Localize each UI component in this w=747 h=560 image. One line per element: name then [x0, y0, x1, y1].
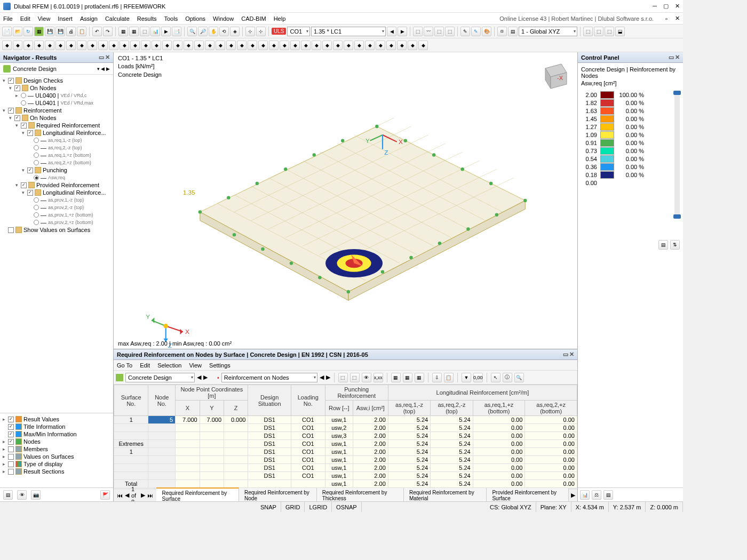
x3-icon[interactable]: ⬚: [605, 27, 614, 36]
x2-icon[interactable]: ⬚: [594, 27, 603, 36]
tool2-30-icon[interactable]: ◆: [322, 41, 332, 50]
tool2-11-icon[interactable]: ◆: [120, 41, 129, 50]
maximize-icon[interactable]: ▢: [663, 3, 669, 10]
results-tree[interactable]: ▾✓Design Checks ▾✓On Nodes ▸—UL0400 | VE…: [0, 75, 113, 413]
navigator-lower-tree[interactable]: ▸✓Result Values ✓Title Information ✓Max/…: [0, 413, 113, 487]
x1-icon[interactable]: ⬚: [583, 27, 593, 36]
rp-t2-icon[interactable]: ⬚: [350, 373, 360, 382]
prev-icon[interactable]: ◀: [125, 492, 129, 499]
refresh-icon[interactable]: ↻: [23, 27, 33, 36]
last-icon[interactable]: ⏭: [147, 492, 153, 499]
tool2-37-icon[interactable]: ◆: [397, 41, 407, 50]
tool2-0-icon[interactable]: ◆: [2, 41, 12, 50]
rp-settings[interactable]: Settings: [209, 362, 231, 369]
tool2-19-icon[interactable]: ◆: [205, 41, 214, 50]
tool2-15-icon[interactable]: ◆: [162, 41, 172, 50]
t4-icon[interactable]: ⬚: [445, 27, 455, 36]
load-desc-combo[interactable]: 1.35 * LC1: [311, 27, 386, 36]
rp-combo2[interactable]: Reinforcement on Nodes: [221, 373, 317, 382]
rp-filter-icon[interactable]: ▼: [462, 373, 471, 382]
rp-next2-icon[interactable]: ▶: [326, 374, 330, 381]
nav-flag-icon[interactable]: 🚩: [100, 490, 110, 500]
mdi-restore-icon[interactable]: ▫: [665, 15, 667, 22]
tool2-9-icon[interactable]: ◆: [98, 41, 108, 50]
grid1-icon[interactable]: ▦: [118, 27, 128, 36]
cp-range-icon[interactable]: ⇅: [670, 240, 680, 250]
tool2-6-icon[interactable]: ◆: [66, 41, 76, 50]
workplane-combo[interactable]: 1 - Global XYZ: [519, 27, 577, 36]
tool2-21-icon[interactable]: ◆: [226, 41, 236, 50]
cp-close-icon[interactable]: ✕: [675, 54, 680, 61]
tab-provided[interactable]: Provided Reinforcement by Surface: [487, 488, 569, 503]
zoomext-icon[interactable]: 🔎: [198, 27, 208, 36]
nav-ic1-icon[interactable]: ▤: [3, 490, 13, 500]
mdi-close-icon[interactable]: ✕: [675, 15, 680, 22]
layer-icon[interactable]: ▤: [508, 27, 518, 36]
color-icon[interactable]: 🎨: [482, 27, 491, 36]
tool2-31-icon[interactable]: ◆: [333, 41, 343, 50]
float-icon[interactable]: ▭: [99, 54, 104, 61]
tab-material[interactable]: Required Reinforcement by Material: [404, 488, 487, 503]
rp-goto[interactable]: Go To: [117, 362, 132, 369]
rp-zoom-icon[interactable]: 🔍: [514, 373, 524, 382]
hand-icon[interactable]: ✋: [209, 27, 218, 36]
rotate-icon[interactable]: ⟲: [219, 27, 229, 36]
tool2-38-icon[interactable]: ◆: [408, 41, 417, 50]
edit-icon[interactable]: ✎: [460, 27, 470, 36]
tool2-13-icon[interactable]: ◆: [141, 41, 150, 50]
tool2-22-icon[interactable]: ◆: [237, 41, 247, 50]
tool2-23-icon[interactable]: ◆: [248, 41, 257, 50]
rp-view[interactable]: View: [189, 362, 202, 369]
tool2-32-icon[interactable]: ◆: [344, 41, 353, 50]
rp-close-icon[interactable]: ✕: [569, 351, 574, 358]
menu-assign[interactable]: Assign: [80, 15, 98, 22]
results-table[interactable]: Surface No. Node No. Node Point Coordina…: [114, 385, 577, 489]
undo-icon[interactable]: ↶: [92, 27, 102, 36]
snap2-icon[interactable]: ⊹: [256, 27, 266, 36]
tool2-4-icon[interactable]: ◆: [45, 41, 54, 50]
rp-info-icon[interactable]: ⓘ: [503, 373, 512, 382]
tool2-34-icon[interactable]: ◆: [365, 41, 375, 50]
print-icon[interactable]: 🖨: [66, 27, 76, 36]
cp-float-icon[interactable]: ▭: [669, 54, 674, 61]
zoom-icon[interactable]: 🔍: [187, 27, 197, 36]
tool2-1-icon[interactable]: ◆: [13, 41, 22, 50]
menu-results[interactable]: Results: [137, 15, 157, 22]
t2-icon[interactable]: 〰: [424, 27, 433, 36]
t3-icon[interactable]: ⬚: [434, 27, 444, 36]
redo-icon[interactable]: ↷: [103, 27, 113, 36]
rp-prev2-icon[interactable]: ◀: [320, 374, 324, 381]
tool2-26-icon[interactable]: ◆: [280, 41, 289, 50]
3d-viewport[interactable]: CO1 - 1.35 * LC1 Loads [kN/m²] Concrete …: [114, 52, 577, 349]
menu-options[interactable]: Options: [185, 15, 205, 22]
report-icon[interactable]: 📑: [172, 27, 181, 36]
legend-slider[interactable]: [674, 91, 680, 219]
rp-unit-icon[interactable]: 0,00: [473, 373, 483, 382]
navigator-selector[interactable]: Concrete Design ▾ ◀ ▶: [0, 63, 113, 75]
tool2-3-icon[interactable]: ◆: [34, 41, 44, 50]
tool2-27-icon[interactable]: ◆: [290, 41, 300, 50]
rp-sel[interactable]: Selection: [157, 362, 181, 369]
t1-icon[interactable]: ⬚: [413, 27, 423, 36]
rp-next1-icon[interactable]: ▶: [203, 374, 208, 381]
load-combo[interactable]: CO1: [287, 27, 310, 36]
rp-float-icon[interactable]: ▭: [563, 351, 568, 358]
panel-close-icon[interactable]: ✕: [105, 54, 110, 61]
menu-calculate[interactable]: Calculate: [105, 15, 130, 22]
tool2-5-icon[interactable]: ◆: [55, 41, 65, 50]
open-icon[interactable]: 📂: [13, 27, 22, 36]
rp-prev1-icon[interactable]: ◀: [197, 374, 201, 381]
tool2-10-icon[interactable]: ◆: [109, 41, 118, 50]
osnap-toggle[interactable]: OSNAP: [332, 502, 362, 512]
chart-icon[interactable]: 📊: [150, 27, 160, 36]
block-icon[interactable]: ▦: [34, 27, 44, 36]
tool-icon[interactable]: ⬚: [140, 27, 149, 36]
grid2-icon[interactable]: ▦: [129, 27, 139, 36]
view-cube[interactable]: -X: [535, 58, 572, 95]
rp-t4-icon[interactable]: ▦: [391, 373, 401, 382]
tool2-24-icon[interactable]: ◆: [258, 41, 268, 50]
close-icon[interactable]: ✕: [675, 3, 680, 10]
tool2-16-icon[interactable]: ◆: [173, 41, 182, 50]
cp-t3-icon[interactable]: ▤: [603, 490, 613, 500]
snap-icon[interactable]: ⊹: [245, 27, 255, 36]
